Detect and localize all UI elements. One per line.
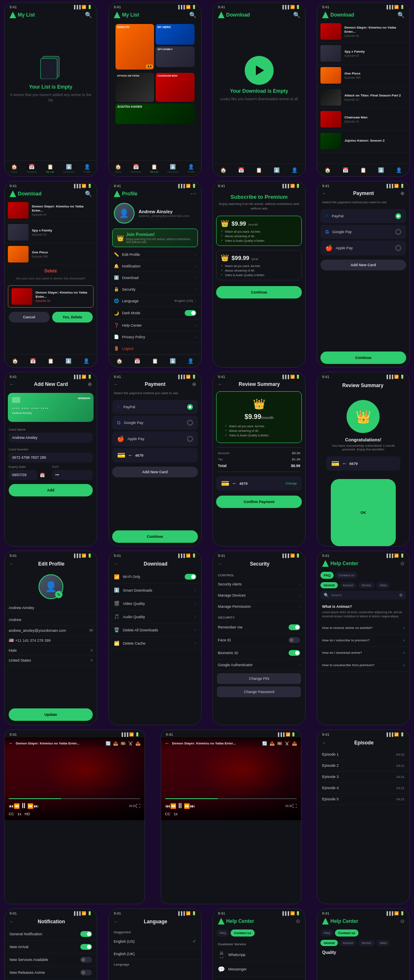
payment-paypal[interactable]: P PayPal [320, 209, 406, 223]
list-item[interactable]: Spy x Family Episode 03 [5, 222, 97, 243]
play-pause-button[interactable]: ⏸ [176, 802, 184, 810]
options-button[interactable]: ⊙ [400, 561, 404, 566]
wifi-toggle[interactable] [185, 574, 196, 580]
search-input[interactable] [331, 593, 397, 597]
nav-mylist[interactable]: 📋 [152, 358, 158, 364]
subtab-service[interactable]: Service [358, 940, 374, 946]
menu-darkmode[interactable]: 🌙Dark Mode [109, 307, 201, 320]
list-item[interactable]: Demon Slayer: Kimetsu no Yaiba Enter... … [5, 200, 97, 222]
field-country[interactable]: United States ▾ [5, 655, 97, 665]
nav-schedule[interactable]: 📅Schedule [26, 164, 37, 173]
add-new-card-button[interactable]: Add New Card [320, 260, 406, 270]
nav-mylist[interactable]: 📋My List [150, 164, 158, 173]
ok-button[interactable]: OK [331, 479, 395, 546]
nav-profile[interactable]: 👤Profile [188, 164, 195, 173]
nav-download[interactable]: ⬇️ [274, 167, 280, 173]
payment-applepay[interactable]: 🍎 Apple Pay [320, 241, 406, 255]
back-button[interactable]: ← [218, 561, 222, 566]
saved-card-row[interactable]: 💳 •• 4679 [112, 448, 198, 462]
manage-permission[interactable]: Manage Permission› [213, 601, 305, 612]
continue-button[interactable]: Continue [216, 286, 302, 299]
anime-item-chainsaw[interactable]: CHAINSAW MAN [156, 73, 195, 102]
nav-home[interactable]: 🏠 [116, 358, 123, 364]
subtab-video[interactable]: Video [376, 582, 390, 588]
speed-button[interactable]: 1x [17, 812, 22, 816]
episode-icon[interactable]: 🎞️ [277, 741, 282, 746]
security-alerts[interactable]: Security Alerts› [213, 579, 305, 590]
expiry-input[interactable] [9, 470, 37, 480]
nav-mylist[interactable]: 📋 [48, 358, 54, 364]
card-number-input[interactable] [9, 453, 93, 462]
menu-download[interactable]: ⬇️Download› [109, 272, 201, 284]
edit-avatar[interactable]: 👤 ✎ [39, 574, 63, 599]
back-button[interactable]: ← [10, 919, 14, 924]
episode-5[interactable]: Episode 5 24:21 [317, 794, 409, 805]
options-button[interactable]: ⊙ [400, 918, 404, 924]
menu-logout[interactable]: 🚪Logout [109, 343, 201, 354]
nav-profile[interactable]: 👤 [83, 358, 89, 364]
continue-button[interactable]: Continue [320, 352, 406, 364]
skip-forward-button[interactable]: ⏩ [184, 803, 190, 809]
share-icon[interactable]: 📤 [135, 741, 140, 746]
notif-new-arrival[interactable]: New Arrival [5, 941, 97, 954]
premium-banner[interactable]: 👑 Join Premium! Enjoy watching Full HD a… [112, 229, 198, 247]
tab-faq[interactable]: FAQ [320, 929, 334, 937]
video-back-button[interactable]: ← [165, 741, 170, 746]
tab-contact[interactable]: Contact us [335, 929, 359, 937]
nav-download[interactable]: ⬇️ [378, 167, 384, 173]
menu-notification[interactable]: 🔔Notification› [109, 260, 201, 272]
add-new-card-button[interactable]: Add New Card [112, 467, 198, 477]
search-button[interactable]: 🔍 [397, 12, 404, 18]
subtab-general[interactable]: General [320, 582, 338, 588]
share-icon[interactable]: 📤 [292, 741, 297, 746]
cvv-input[interactable] [52, 470, 93, 480]
search-button[interactable]: 🔍 [293, 12, 300, 18]
price-card-monthly[interactable]: 👑 $9.99 /month ✓ Watch all you want. Ad-… [216, 216, 302, 246]
subtitle-button[interactable]: CC [9, 812, 14, 816]
back-button[interactable]: ← [114, 382, 118, 387]
list-item[interactable]: Spy x Family Episode 03 [317, 43, 409, 65]
nav-mylist[interactable]: 📋My List [46, 164, 54, 173]
confirm-payment-button[interactable]: Confirm Payment [216, 496, 302, 508]
continue-button[interactable]: Continue [112, 530, 198, 543]
subtab-video[interactable]: Video [376, 940, 390, 946]
episode-3[interactable]: Episode 3 24:21 [317, 771, 409, 783]
play-pause-button[interactable]: ⏸ [20, 802, 27, 810]
face-id[interactable]: Face ID [213, 634, 305, 647]
card-name-input[interactable] [9, 433, 93, 443]
nav-profile[interactable]: 👤 [396, 167, 402, 173]
subtab-account[interactable]: Account [339, 582, 356, 588]
speed-button[interactable]: 1x [174, 812, 178, 816]
setting-delete-all[interactable]: 🗑️Delete All Downloads › [109, 624, 201, 637]
menu-privacy[interactable]: 📄Privacy Policy› [109, 331, 201, 343]
notif-releases-toggle[interactable] [80, 970, 92, 975]
remember-toggle[interactable] [289, 624, 300, 630]
back-button[interactable]: ← [322, 740, 327, 745]
dark-mode-toggle[interactable] [185, 310, 196, 316]
skip-next-button[interactable]: ⏭ [34, 803, 39, 809]
faq-item-3[interactable]: How do I download anime? › [317, 647, 409, 659]
field-firstname[interactable] [5, 613, 97, 626]
faceid-toggle[interactable] [289, 637, 300, 643]
tab-faq[interactable]: FAQ [216, 929, 229, 937]
nav-mylist[interactable]: 📋 [360, 167, 366, 173]
subtab-account[interactable]: Account [339, 940, 356, 946]
back-button[interactable]: ← [218, 382, 222, 387]
setting-delete-cache[interactable]: 🗂️Delete Cache › [109, 637, 201, 650]
tab-contact[interactable]: Contact us [335, 572, 357, 579]
notif-services-toggle[interactable] [80, 957, 92, 963]
back-button[interactable]: ← [114, 919, 118, 924]
anime-item-jjk[interactable]: JUJUTSU KAISEN [116, 104, 195, 124]
video-back-button[interactable]: ← [9, 741, 13, 746]
download-icon[interactable]: 📥 [113, 741, 118, 746]
nav-profile[interactable]: 👤 [188, 358, 194, 364]
tab-faq[interactable]: FAQ [320, 572, 334, 579]
payment-googlepay[interactable]: G Google Pay [320, 225, 406, 239]
rewind-button[interactable]: ⏮ [165, 803, 170, 809]
contact-whatsapp[interactable]: 📱 WhatsApp [213, 948, 305, 962]
skip-next-button[interactable]: ⏭ [190, 803, 195, 809]
setting-smart-downloads[interactable]: ⬇️Smart Downloads › [109, 584, 201, 597]
back-button[interactable]: ← [10, 561, 14, 566]
biometric-toggle[interactable] [289, 650, 300, 656]
change-card-button[interactable]: Change [285, 482, 297, 485]
